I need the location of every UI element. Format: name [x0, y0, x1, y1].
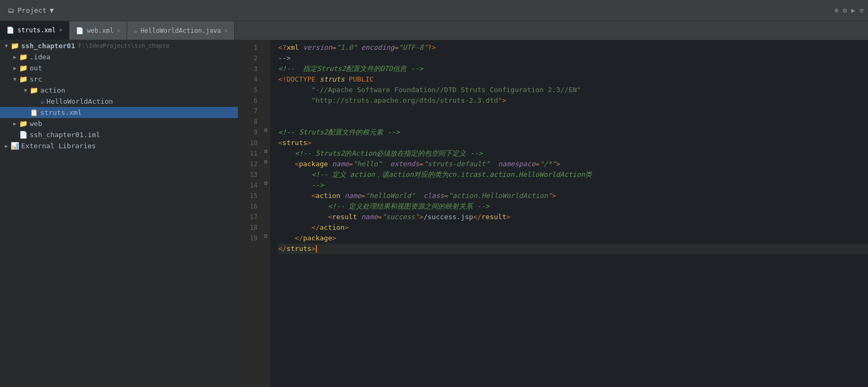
settings-icon[interactable]: ⚙ [843, 6, 847, 14]
fold-3 [262, 61, 269, 72]
tree-action[interactable]: 📁 action [0, 85, 238, 96]
l11-sp1 [382, 159, 391, 169]
l5-close: > [502, 95, 507, 106]
l11-indent [278, 159, 295, 169]
l17-tag: action [320, 222, 344, 233]
editor[interactable]: 1 2 3 4 5 6 7 8 9 10 11 12 13 14 15 16 1… [238, 40, 868, 387]
ln-3: 3 [238, 64, 262, 74]
l11-sp2 [490, 159, 498, 169]
l9-gt: > [307, 138, 312, 148]
l11-val3: "/*" [539, 159, 556, 169]
tab-close-web[interactable]: ✕ [117, 27, 120, 34]
code-line-10: <!-- Struts2的Action必须放在指定的包空间下定义 --> [278, 148, 868, 159]
fold-10 [262, 136, 269, 146]
fold-11[interactable]: ⊟ [262, 146, 269, 157]
idea-label: .idea [30, 53, 50, 61]
tab-hello-java[interactable]: ☕ HelloWorldAction.java ✕ [127, 21, 235, 40]
ext-lib-label: External Libraries [21, 142, 96, 150]
l11-eq2: = [419, 159, 423, 169]
ln-14: 14 [238, 180, 262, 191]
tree-src[interactable]: 📁 src [0, 74, 238, 85]
code-line-19: </struts> [278, 244, 868, 254]
l17-gt: > [344, 222, 349, 233]
l14-gt: > [552, 191, 556, 201]
tree-iml[interactable]: 📄 ssh_chapter01.iml [0, 129, 238, 140]
l11-eq1: = [349, 159, 353, 169]
ln-7: 7 [238, 106, 262, 116]
l3-doctype: <!DOCTYPE [278, 74, 320, 85]
code-line-7 [278, 116, 868, 127]
project-dropdown[interactable]: 🗂 Project ▼ [4, 5, 57, 16]
tab-close-hello[interactable]: ✕ [224, 27, 228, 34]
tree-struts-xml[interactable]: 📋 struts.xml [0, 107, 238, 118]
tree-web[interactable]: 📁 web [0, 118, 238, 129]
web-arrow [11, 121, 19, 127]
struts-xml-icon: 📋 [30, 109, 38, 116]
dropdown-arrow: ▼ [50, 6, 54, 14]
l11-tag: package [299, 159, 332, 169]
ln-11: 11 [238, 148, 262, 159]
fold-14[interactable]: ⊟ [262, 178, 269, 188]
l1-tag: xml [287, 42, 303, 53]
tree-idea[interactable]: 📁 .idea [0, 51, 238, 62]
code-line-15: <!-- 定义处理结果和视图资源之间的映射关系 --> [278, 201, 868, 212]
tree-hwa[interactable]: ☕ HelloWorldAction [0, 96, 238, 107]
ln-10: 10 [238, 138, 262, 148]
fold-7 [262, 104, 269, 114]
code-line-9: <struts> [278, 138, 868, 148]
sync-icon[interactable]: ⊕ [835, 6, 839, 14]
ln-19: 19 [238, 233, 262, 244]
hwa-label: HelloWorldAction [47, 97, 113, 105]
more-icon[interactable]: ≡ [860, 6, 864, 14]
l15-comment: <!-- 定义处理结果和视图资源之间的映射关系 --> [328, 201, 489, 212]
code-line-3: <!DOCTYPE struts PUBLIC [278, 74, 868, 85]
project-icon: 🗂 [7, 6, 14, 14]
ln-12: 12 [238, 159, 262, 169]
l18-gt: > [332, 233, 336, 244]
fold-12[interactable]: ⊟ [262, 157, 269, 167]
fold-13 [262, 167, 269, 178]
root-arrow [2, 43, 11, 49]
l16-attr: name [361, 212, 378, 222]
ln-5: 5 [238, 85, 262, 95]
l16-val: "success" [382, 212, 419, 222]
fold-9[interactable]: ⊟ [262, 125, 269, 136]
code-line-8: <!-- Struts2配置文件的根元素 --> [278, 127, 868, 138]
l16-close-gt: > [507, 212, 511, 222]
l1-attr2: encoding [361, 42, 395, 53]
ln-16: 16 [238, 201, 262, 212]
tree-root[interactable]: 📁 ssh_chapter01 F:\IdeaProjects\ssh_chap… [0, 40, 238, 51]
tab-struts-xml[interactable]: 📄 struts.xml ✕ [0, 21, 69, 40]
l3-name: struts [320, 74, 344, 85]
root-folder-icon: 📁 [11, 42, 19, 50]
tab-web-xml[interactable]: 📄 web.xml ✕ [69, 21, 127, 40]
fold-5 [262, 83, 269, 93]
l11-attr1: name [332, 159, 349, 169]
l4-indent [278, 85, 312, 95]
l17-indent [278, 222, 312, 233]
tree-ext-lib[interactable]: 📊 External Libraries [0, 140, 238, 151]
fold-4 [262, 72, 269, 83]
l16-close-lt: </ [473, 212, 482, 222]
project-label: Project [17, 6, 47, 14]
out-arrow [11, 65, 19, 71]
run-icon[interactable]: ▶ [851, 6, 855, 14]
out-label: out [30, 64, 42, 72]
code-line-17: </action> [278, 222, 868, 233]
ln-13: 13 [238, 169, 262, 180]
code-area[interactable]: <?xml version="1.0" encoding="UTF-8"?> -… [270, 40, 868, 387]
tab-close-struts[interactable]: ✕ [59, 26, 63, 33]
l1-close: ?> [428, 42, 436, 53]
fold-19[interactable]: ⊟ [262, 231, 269, 241]
l14-eq2: = [444, 191, 448, 201]
tree-out[interactable]: 📁 out [0, 62, 238, 74]
l16-eq: = [378, 212, 382, 222]
code-line-12: <!-- 定义 action，该action对应的类为cn.itcast.act… [278, 169, 868, 180]
l1-val2: "UTF-8" [398, 42, 428, 53]
fold-15 [262, 188, 269, 199]
ext-arrow [2, 143, 11, 149]
ln-9: 9 [238, 127, 262, 138]
l2-comment: <!-- 指定Struts2配置文件的DTD信息 --> [278, 64, 423, 74]
l18-tag: package [303, 233, 332, 244]
code-line-4: "-//Apache Software Foundation//DTD Stru… [278, 85, 868, 95]
